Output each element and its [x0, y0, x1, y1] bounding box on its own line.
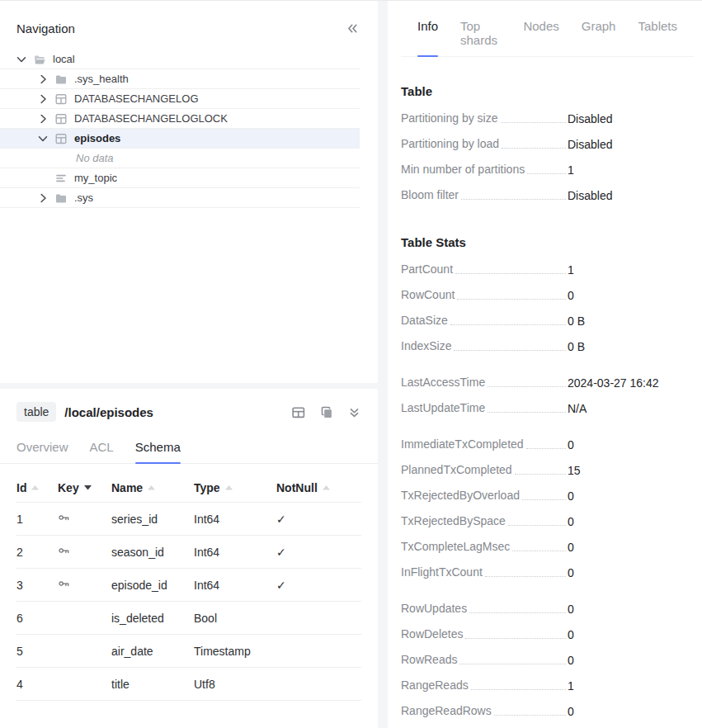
tree-item-label: episodes: [74, 132, 120, 144]
stat-row: RangeReads 1: [401, 673, 694, 698]
object-type-badge: table: [16, 402, 56, 422]
table-grid-icon[interactable]: [291, 405, 305, 419]
tab-acl[interactable]: ACL: [90, 433, 114, 463]
tab-tablets[interactable]: Tablets: [638, 12, 677, 56]
stat-value: 0: [568, 566, 574, 579]
tree-item-episodes[interactable]: episodes: [0, 129, 360, 149]
sort-asc-icon: [323, 480, 330, 493]
column-header-type[interactable]: Type: [194, 471, 276, 503]
tree-item-databasechangelog[interactable]: DATABASECHANGELOG: [0, 89, 360, 109]
object-header: table /local/episodes: [0, 389, 378, 433]
folder-open-icon: [33, 53, 46, 66]
collapse-panel-icon[interactable]: [345, 21, 360, 35]
cell-id: 6: [16, 602, 58, 635]
copy-icon[interactable]: [319, 405, 333, 419]
leader-dots: [457, 299, 566, 300]
stat-label: TxRejectedBySpace: [401, 514, 506, 528]
leader-dots: [455, 273, 566, 274]
tab-top-shards[interactable]: Top shards: [460, 12, 501, 56]
key-icon: [58, 536, 111, 569]
tree-item-my-topic[interactable]: my_topic: [0, 168, 360, 188]
leader-dots: [494, 715, 566, 716]
stat-row: RowDeletes 0: [401, 622, 694, 647]
cell-name: is_deleted: [111, 602, 194, 635]
tree-item-databasechangeloglock[interactable]: DATABASECHANGELOGLOCK: [0, 109, 360, 129]
stat-value: Disabled: [568, 112, 612, 125]
stat-row: IndexSize 0 B: [401, 333, 694, 359]
double-chevron-down-icon[interactable]: [347, 405, 361, 419]
cell-name: title: [111, 668, 194, 701]
chevron-right-icon[interactable]: [36, 92, 49, 106]
stat-row: DataSize 0 B: [401, 308, 694, 333]
leader-dots: [526, 448, 566, 449]
stat-group: PartCount 1 RowCount 0 DataSize 0 B Inde…: [401, 257, 694, 359]
chevron-spacer: [58, 152, 71, 165]
cell-id: 3: [16, 569, 58, 602]
schema-row[interactable]: 2 season_id Int64 ✓: [16, 536, 361, 569]
horizontal-panel-divider[interactable]: [0, 383, 378, 389]
schema-row[interactable]: 6 is_deleted Bool: [16, 602, 361, 635]
column-header-id[interactable]: Id: [16, 471, 58, 503]
navigation-tree: local .sys_health DATABASECHANGELOG DATA…: [0, 50, 378, 208]
tab-nodes[interactable]: Nodes: [523, 12, 558, 56]
stat-label: LastUpdateTime: [401, 401, 485, 415]
tab-info[interactable]: Info: [417, 12, 438, 56]
schema-row[interactable]: 4 title Utf8: [16, 668, 361, 701]
stat-value: N/A: [568, 402, 587, 415]
leader-dots: [454, 350, 566, 351]
chevron-right-icon[interactable]: [36, 73, 49, 86]
cell-name: air_date: [111, 635, 194, 668]
schema-row[interactable]: 5 air_date Timestamp: [16, 635, 361, 668]
topic-icon: [54, 172, 68, 185]
column-header-name[interactable]: Name: [111, 471, 194, 503]
leader-dots: [512, 551, 566, 551]
sort-asc-icon: [148, 480, 155, 493]
schema-row[interactable]: 1 series_id Int64 ✓: [16, 503, 361, 536]
stat-row: TxCompleteLagMsec 0: [401, 534, 694, 560]
stat-value: 0: [568, 515, 574, 528]
chevron-down-icon[interactable]: [36, 132, 49, 145]
stat-row: RowUpdates 0: [401, 596, 694, 622]
schema-header-row: Id Key Name Type NotNull: [16, 471, 361, 503]
tree-item-local[interactable]: local: [0, 50, 360, 69]
schema-row[interactable]: 3 episode_id Int64 ✓: [16, 569, 361, 602]
stat-row: InFlightTxCount 0: [401, 560, 694, 585]
tab-overview[interactable]: Overview: [16, 433, 68, 463]
object-panel: table /local/episodes Overview ACL Schem…: [0, 389, 378, 728]
stat-label: IndexSize: [401, 339, 451, 353]
leader-dots: [501, 122, 566, 123]
navigation-panel: Navigation local .sys_health DATABAS: [0, 1, 378, 383]
stat-label: DataSize: [401, 314, 448, 328]
leader-dots: [522, 499, 566, 500]
chevron-down-icon[interactable]: [15, 53, 28, 66]
left-column: Navigation local .sys_health DATABAS: [0, 1, 378, 728]
object-actions: [291, 405, 361, 419]
column-header-notnull[interactable]: NotNull: [276, 471, 361, 503]
tab-schema[interactable]: Schema: [135, 433, 181, 463]
stat-value: Disabled: [568, 138, 612, 151]
stat-row: PartCount 1: [401, 257, 694, 282]
vertical-panel-divider[interactable]: [378, 1, 388, 728]
stat-value: 0: [568, 541, 574, 554]
leader-dots: [485, 576, 566, 577]
tree-item-label: my_topic: [74, 172, 117, 184]
object-path: /local/episodes: [64, 405, 153, 419]
column-header-key[interactable]: Key: [58, 471, 111, 503]
tree-item-sys-health[interactable]: .sys_health: [0, 69, 360, 89]
stat-value: 0: [568, 289, 574, 302]
cell-notnull: ✓: [276, 536, 361, 569]
sort-desc-icon: [84, 480, 92, 493]
stat-value: 0: [568, 654, 574, 667]
folder-icon: [54, 191, 68, 205]
tree-empty-label: No data: [76, 152, 114, 164]
stat-row: TxRejectedBySpace 0: [401, 508, 694, 534]
leader-dots: [465, 638, 566, 639]
tab-graph[interactable]: Graph: [582, 12, 616, 56]
chevron-right-icon[interactable]: [36, 191, 49, 205]
chevron-right-icon[interactable]: [36, 112, 49, 125]
tree-item-sys[interactable]: .sys: [0, 188, 360, 208]
stat-value: 0: [568, 603, 574, 616]
cell-type: Timestamp: [194, 635, 276, 668]
stat-group: LastAccessTime 2024-03-27 16:42 LastUpda…: [401, 370, 694, 421]
stat-value: 1: [568, 679, 574, 693]
